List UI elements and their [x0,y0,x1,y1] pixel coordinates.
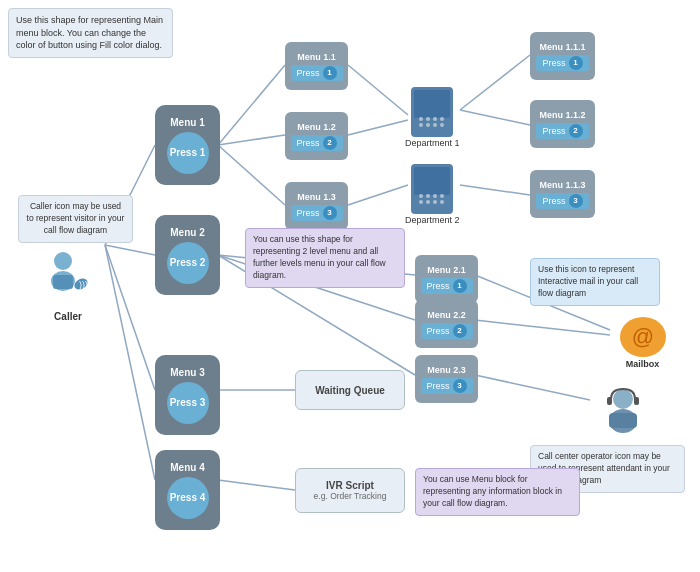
svg-line-6 [218,145,285,205]
interactive-mail-callout: Use this icon to represent Interactive m… [530,258,660,306]
main-menu-tip-text: Use this shape for representing Main men… [16,15,163,50]
menu113-press: Press 3 [536,193,588,209]
menu2-label: Menu 2 [170,227,204,238]
menu2-press-label: Press 2 [170,257,206,268]
svg-rect-51 [607,397,612,405]
svg-point-40 [433,200,437,204]
menu11-block[interactable]: Menu 1.1 Press 1 [285,42,348,90]
menu13-label: Menu 1.3 [297,192,336,202]
caller-icon-area: Caller icon may be used to represent vis… [28,195,108,322]
menu12-block[interactable]: Menu 1.2 Press 2 [285,112,348,160]
svg-line-12 [460,185,530,195]
svg-line-8 [348,120,408,135]
menu23-block[interactable]: Menu 2.3 Press 3 [415,355,478,403]
menu13-block[interactable]: Menu 1.3 Press 3 [285,182,348,230]
menu113-label: Menu 1.1.3 [539,180,585,190]
caller-callout: Caller icon may be used to represent vis… [18,195,133,243]
svg-point-45 [440,194,444,198]
svg-point-34 [433,117,437,121]
caller-svg: )))) [41,249,96,309]
menu11-press: Press 1 [291,65,343,81]
caller-label: Caller [28,311,108,322]
menu113-block[interactable]: Menu 1.1.3 Press 3 [530,170,595,218]
dept2-label: Department 2 [405,215,460,225]
menu21-block[interactable]: Menu 2.1 Press 1 [415,255,478,303]
menu3-press-label: Press 3 [170,397,206,408]
dept2-phone-svg [406,162,458,214]
svg-point-28 [419,123,423,127]
canvas: Use this shape for representing Main men… [0,0,700,572]
waiting-queue-label: Waiting Queue [315,385,385,396]
menu111-block[interactable]: Menu 1.1.1 Press 1 [530,32,595,80]
mailbox-svg: @ [618,312,668,357]
svg-line-11 [460,110,530,125]
svg-point-39 [426,200,430,204]
menu12-press: Press 2 [291,135,343,151]
svg-line-4 [218,65,285,145]
svg-line-1 [105,245,155,255]
svg-point-44 [433,194,437,198]
level2-tip-text: You can use this shape for representing … [253,234,386,280]
caller-tip-text: Caller icon may be used to represent vis… [27,201,125,235]
svg-point-21 [54,252,72,270]
svg-line-9 [348,185,408,205]
level2-callout: You can use this shape for representing … [245,228,405,288]
menu23-press: Press 3 [421,378,473,394]
svg-line-17 [475,320,610,335]
interactive-mail-tip-text: Use this icon to represent Interactive m… [538,264,638,298]
mailbox-icon-area: @ Mailbox [615,312,670,362]
ivr-script-label: IVR Script [326,480,374,491]
svg-line-3 [105,245,155,480]
svg-point-33 [426,117,430,121]
menu3-press: Press 3 [167,382,209,424]
menu12-label: Menu 1.2 [297,122,336,132]
menu21-label: Menu 2.1 [427,265,466,275]
dept1-icon: Department 1 [405,85,460,148]
dept1-label: Department 1 [405,138,460,148]
svg-rect-52 [634,397,639,405]
svg-point-30 [433,123,437,127]
menu1-block[interactable]: Menu 1 Press 1 [155,105,220,185]
menu112-block[interactable]: Menu 1.1.2 Press 2 [530,100,595,148]
menu-block-tip-text: You can use Menu block for representing … [423,474,562,508]
svg-line-5 [218,135,285,145]
menu22-block[interactable]: Menu 2.2 Press 2 [415,300,478,348]
waiting-queue-block[interactable]: Waiting Queue [295,370,405,410]
svg-line-10 [460,55,530,110]
menu1-press-label: Press 1 [170,147,206,158]
svg-text:@: @ [631,324,653,349]
svg-text:)))): )))) [79,280,91,290]
svg-rect-50 [609,413,637,428]
attendant-svg [593,385,653,443]
ivr-script-sublabel: e.g. Order Tracking [314,491,387,501]
svg-point-48 [613,389,633,409]
menu21-press: Press 1 [421,278,473,294]
ivr-script-block[interactable]: IVR Script e.g. Order Tracking [295,468,405,513]
menu3-label: Menu 3 [170,367,204,378]
svg-point-32 [419,117,423,121]
menu112-label: Menu 1.1.2 [539,110,585,120]
menu1-press: Press 1 [167,132,209,174]
menu111-press: Press 1 [536,55,588,71]
svg-line-20 [218,480,295,490]
svg-rect-37 [414,167,450,195]
svg-point-43 [426,194,430,198]
svg-line-18 [475,375,590,400]
menu4-block[interactable]: Menu 4 Press 4 [155,450,220,530]
mailbox-label: Mailbox [615,359,670,369]
menu2-block[interactable]: Menu 2 Press 2 [155,215,220,295]
svg-line-7 [348,65,408,115]
menu4-press: Press 4 [167,477,209,519]
menu22-press: Press 2 [421,323,473,339]
svg-rect-27 [414,90,450,118]
menu2-press: Press 2 [167,242,209,284]
svg-point-31 [440,123,444,127]
svg-rect-23 [53,275,73,289]
menu112-press: Press 2 [536,123,588,139]
menu3-block[interactable]: Menu 3 Press 3 [155,355,220,435]
menu13-press: Press 3 [291,205,343,221]
menu-block-callout: You can use Menu block for representing … [415,468,580,516]
dept2-icon: Department 2 [405,162,460,225]
svg-point-38 [419,200,423,204]
menu111-label: Menu 1.1.1 [539,42,585,52]
